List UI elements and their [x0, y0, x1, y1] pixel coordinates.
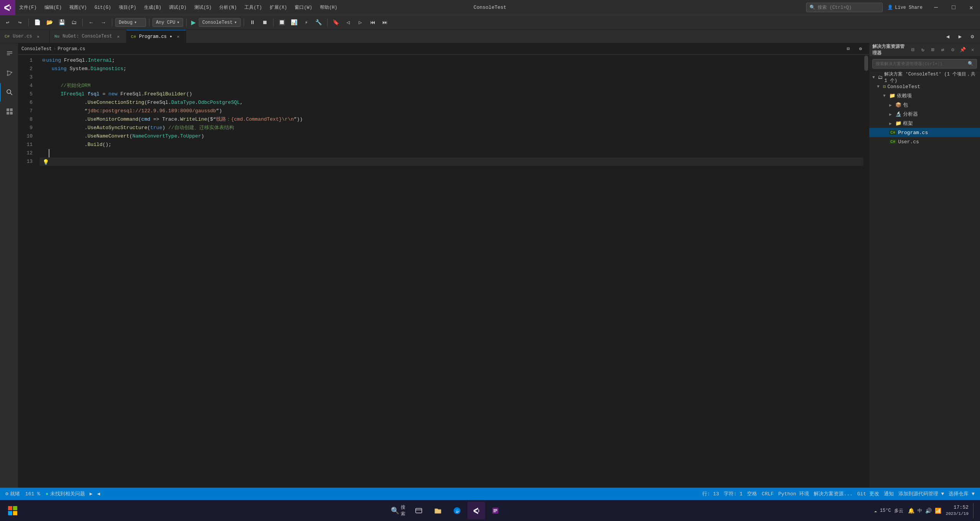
save-button[interactable]: 💾 [56, 17, 67, 28]
editor-scrollbar[interactable] [864, 55, 869, 488]
wifi-icon[interactable]: 📶 [935, 508, 941, 514]
menu-build[interactable]: 生成(B) [140, 0, 166, 15]
activity-git[interactable] [0, 64, 18, 82]
quick-action-icon[interactable]: 💡 [43, 158, 49, 167]
toolbar-btn-8[interactable]: ⏹ [259, 17, 270, 28]
toolbar-btn-12[interactable]: 🔧 [313, 17, 324, 28]
menu-edit[interactable]: 编辑(E) [41, 0, 66, 15]
undo-button[interactable]: ↩ [2, 17, 13, 28]
status-line[interactable]: 行: 13 [700, 488, 721, 500]
start-button[interactable] [5, 503, 21, 519]
status-chevron[interactable]: ◀ [95, 491, 102, 497]
global-search-box[interactable]: 🔍 搜索 (Ctrl+Q) [806, 3, 883, 12]
toolbar-btn-16[interactable]: ⏮ [367, 17, 378, 28]
more-actions-button[interactable]: ⚙ [855, 44, 866, 54]
menu-extensions[interactable]: 扩展(X) [266, 0, 291, 15]
status-select-repo[interactable]: 选择仓库 ▼ [946, 488, 977, 500]
platform-dropdown[interactable]: Any CPU ▾ [152, 18, 183, 27]
taskbar-search[interactable]: 🔍 搜索 [391, 502, 408, 519]
tree-dependencies[interactable]: ▼ 📁 依赖项 [869, 91, 980, 100]
menu-analyze[interactable]: 分析(N) [215, 0, 241, 15]
tree-analyzers[interactable]: ▶ 🔬 分析器 [869, 110, 980, 119]
close-panel-button[interactable]: ✕ [969, 46, 977, 54]
tab-user-cs[interactable]: C# User.cs ✕ [0, 30, 50, 43]
menu-git[interactable]: Git(G) [91, 0, 115, 15]
show-desktop-button[interactable] [973, 503, 975, 518]
taskbar-file-explorer[interactable] [429, 502, 447, 519]
scrollbar-thumb[interactable] [864, 56, 868, 71]
status-arrow-btn[interactable]: ▶ [88, 491, 94, 497]
toolbar-btn-15[interactable]: ▷ [355, 17, 366, 28]
redo-button[interactable]: ↪ [15, 17, 25, 28]
tree-framework[interactable]: ▶ 📁 框架 [869, 119, 980, 128]
status-git-changes[interactable]: Git 更改 [855, 488, 882, 500]
menu-tools[interactable]: 工具(T) [241, 0, 266, 15]
menu-window[interactable]: 窗口(W) [291, 0, 316, 15]
status-encoding[interactable]: CRLF [759, 488, 776, 500]
code-editor[interactable]: 1 2 3 4 5 6 7 8 9 10 11 12 13 ⊟ using [18, 55, 869, 488]
notification-icon[interactable]: 🔔 [908, 508, 914, 514]
status-zoom[interactable]: 161 % [23, 491, 43, 497]
toolbar-btn-14[interactable]: ◁ [343, 17, 354, 28]
settings-button[interactable]: ⚙ [949, 46, 957, 54]
status-no-issues[interactable]: ● 未找到相关问题 [43, 490, 87, 497]
tab-close-nuget[interactable]: ✕ [115, 33, 121, 39]
tab-scroll-right[interactable]: ▶ [955, 31, 965, 42]
tab-close-user-cs[interactable]: ✕ [35, 33, 41, 39]
taskbar-edge[interactable] [448, 502, 466, 519]
status-spaces[interactable]: 空格 [745, 488, 759, 500]
minimize-button[interactable]: ─ [927, 0, 945, 15]
menu-test[interactable]: 测试(S) [190, 0, 216, 15]
status-add-source[interactable]: 添加到源代码管理 ▼ [896, 488, 947, 500]
taskbar-task-view[interactable] [410, 502, 428, 519]
status-python-env[interactable]: Python 环境 [776, 488, 812, 500]
volume-icon[interactable]: 🔊 [925, 508, 932, 514]
toolbar-btn-13[interactable]: 🔖 [331, 17, 341, 28]
activity-search[interactable] [0, 83, 18, 102]
menu-project[interactable]: 项目(P) [115, 0, 140, 15]
run-project-label[interactable]: ConsoleTest ▾ [199, 18, 240, 27]
tab-close-program-cs[interactable]: ✕ [175, 34, 181, 40]
menu-debug[interactable]: 调试(D) [165, 0, 190, 15]
status-notify[interactable]: 通知 [882, 488, 896, 500]
collapse-all-button[interactable]: ⊟ [909, 46, 917, 54]
live-share-button[interactable]: 👤 Live Share [883, 0, 927, 15]
activity-solution-explorer[interactable] [0, 45, 18, 63]
system-clock[interactable]: 17:52 2023/1/19 [946, 504, 969, 517]
tab-nuget[interactable]: Nu NuGet: ConsoleTest ✕ [50, 30, 126, 43]
menu-view[interactable]: 视图(V) [66, 0, 91, 15]
back-button[interactable]: ← [86, 17, 97, 28]
tree-solution-root[interactable]: ▼ 🗂 解决方案 'ConsoleTest' (1 个项目，共 1 个) [869, 73, 980, 82]
debug-config-dropdown[interactable]: Debug ▾ [115, 18, 146, 27]
toolbar-btn-17[interactable]: ⏭ [380, 17, 390, 28]
tab-program-cs[interactable]: C# Program.cs ● ✕ [126, 30, 186, 43]
code-content[interactable]: ⊟ using FreeSql. Internal ; using System… [39, 55, 864, 488]
refresh-button[interactable]: ↻ [919, 46, 927, 54]
tab-settings-icon[interactable]: ⚙ [967, 31, 978, 42]
new-project-button[interactable]: 📄 [32, 17, 43, 28]
maximize-button[interactable]: □ [945, 0, 962, 15]
taskbar-weather[interactable]: ☁ 15°C 多云 [874, 508, 903, 514]
open-button[interactable]: 📂 [44, 17, 55, 28]
status-col[interactable]: 字符: 1 [721, 488, 745, 500]
run-button[interactable]: ▶ [190, 18, 197, 27]
save-all-button[interactable]: 🗂 [69, 17, 79, 28]
status-ready[interactable]: ⚙ 就绪 [3, 488, 22, 500]
toolbar-btn-11[interactable]: ⚡ [301, 17, 312, 28]
taskbar-notes[interactable] [487, 502, 504, 519]
pin-button[interactable]: 📌 [959, 46, 967, 54]
split-editor-button[interactable]: ⊟ [843, 44, 854, 54]
activity-extensions[interactable] [0, 102, 18, 121]
filter-button[interactable]: ⊞ [929, 46, 937, 54]
taskbar-vs-studio[interactable] [467, 502, 485, 519]
close-button[interactable]: ✕ [962, 0, 980, 15]
toolbar-btn-10[interactable]: 📊 [289, 17, 300, 28]
tab-scroll-left[interactable]: ◀ [942, 31, 953, 42]
menu-file[interactable]: 文件(F) [15, 0, 41, 15]
toolbar-btn-9[interactable]: 🔲 [277, 17, 287, 28]
toolbar-btn-7[interactable]: ⏸ [247, 17, 258, 28]
status-solution-source[interactable]: 解决方案资源... [811, 488, 855, 500]
menu-help[interactable]: 帮助(H) [316, 0, 341, 15]
solution-search-input[interactable]: 搜索解决方案资源管理器(Ctrl+;) 🔍 [872, 59, 977, 69]
sync-button[interactable]: ⇄ [939, 46, 947, 54]
